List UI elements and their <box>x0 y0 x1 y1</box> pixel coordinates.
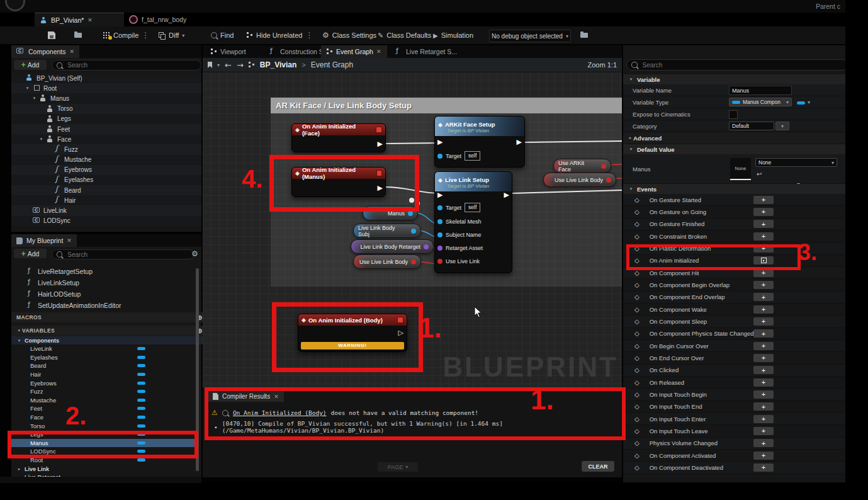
debug-browse-button[interactable] <box>580 26 588 44</box>
variable-row[interactable]: Eyelashes <box>11 353 198 362</box>
add-event-button[interactable] <box>753 427 774 435</box>
target-self-value[interactable]: self <box>465 203 480 212</box>
component-tree-item[interactable]: Fuzz <box>11 144 201 154</box>
my-blueprint-search-input[interactable] <box>66 251 189 259</box>
component-tree-item[interactable]: Mustache <box>11 155 201 165</box>
getter-use-live-link-body[interactable]: Use Live Link Body <box>353 254 421 269</box>
add-event-button[interactable] <box>753 402 774 411</box>
component-tree-item[interactable]: Hair <box>11 195 201 205</box>
variable-row[interactable]: Hair <box>11 370 198 379</box>
component-tree-item[interactable]: ▾ Face <box>11 134 201 144</box>
output-pin[interactable] <box>411 229 416 234</box>
target-pin[interactable] <box>437 154 442 159</box>
debug-object-dropdown[interactable]: No debug object selected ▾ <box>489 30 571 42</box>
diff-button[interactable]: Diff ▾ <box>159 26 184 44</box>
page-dropdown[interactable]: PAGE ▾ <box>378 462 418 472</box>
details-search[interactable] <box>626 59 848 71</box>
data-pin[interactable] <box>437 246 442 251</box>
category-dropdown-arrow[interactable]: ▾ <box>775 122 789 130</box>
getter-use-live-link-body-2[interactable]: Use Live Link Body <box>543 173 616 187</box>
browse-asset-button[interactable] <box>74 26 82 44</box>
variable-row[interactable]: Fuzz <box>11 387 198 396</box>
node-arkit-face-setup[interactable]: ◆ ARKit Face Setup Target is BP Vivian ▶… <box>434 116 525 168</box>
close-icon[interactable]: ✕ <box>70 48 75 55</box>
hide-unrelated-options-icon[interactable]: ⋮ <box>305 31 313 40</box>
component-tree-item[interactable]: LiveLink <box>11 205 201 215</box>
data-pin[interactable] <box>437 232 442 237</box>
add-event-button[interactable] <box>753 439 774 447</box>
expander-arrow[interactable]: ▾ <box>31 96 37 101</box>
expander-arrow[interactable]: ▸ <box>16 467 22 472</box>
simulation-button[interactable]: ▶ Simulation <box>433 26 473 44</box>
expander-arrow[interactable]: ▾ <box>628 77 634 82</box>
getter-live-link-body-subj[interactable]: Live Link Body Subj <box>353 224 421 238</box>
forward-icon[interactable]: → <box>237 60 244 70</box>
add-blueprint-item-button[interactable]: + Add <box>14 249 47 258</box>
back-icon[interactable]: ← <box>225 60 232 70</box>
variable-row[interactable]: Feet <box>11 404 198 413</box>
tab-f-tal-nrw-body[interactable]: f_tal_nrw_body <box>124 13 197 26</box>
class-settings-button[interactable]: ⚙ Class Settings <box>322 26 376 44</box>
getter-use-arkit-face[interactable]: Use ARKit Face <box>553 159 611 173</box>
output-pin[interactable] <box>411 259 416 264</box>
add-event-button[interactable] <box>753 281 774 289</box>
component-tree-item[interactable]: ▾ Root <box>11 83 201 93</box>
components-category-header[interactable]: ▾ Components <box>11 336 203 344</box>
macros-section-header[interactable]: MACROS ⊕ <box>11 312 208 322</box>
component-tree-item[interactable]: Beard <box>11 185 201 195</box>
events-section-header[interactable]: ▾ Events <box>623 184 845 194</box>
variable-row[interactable]: LiveLink <box>11 344 198 353</box>
close-icon[interactable]: ✕ <box>87 17 93 23</box>
breadcrumb-root[interactable]: BP_Vivian <box>260 60 296 69</box>
clear-button[interactable]: CLEAR <box>582 461 614 472</box>
variable-category-row[interactable]: ▸ Live Link <box>11 465 198 474</box>
add-event-button[interactable] <box>753 342 774 350</box>
component-tree-item[interactable]: Feet <box>11 124 201 134</box>
add-event-button[interactable] <box>753 196 774 204</box>
output-pin[interactable] <box>424 244 429 249</box>
advanced-section-header[interactable]: ▸ Advanced <box>623 132 845 144</box>
variables-section-header[interactable]: ▾ VARIABLES ⊕ <box>11 326 208 336</box>
expander-arrow[interactable]: ▾ <box>25 86 30 91</box>
add-event-button[interactable] <box>753 415 774 423</box>
add-event-button[interactable] <box>753 452 774 460</box>
use-selected-icon[interactable]: ↩ <box>757 171 762 178</box>
add-event-button[interactable] <box>753 354 774 362</box>
exec-in-pin[interactable]: ▶ <box>437 139 442 145</box>
compile-button[interactable]: Compile ⋮ <box>103 26 149 44</box>
add-event-button[interactable] <box>753 305 774 314</box>
function-item[interactable]: LiveRetargetSetup <box>11 266 201 277</box>
add-event-button[interactable] <box>753 390 774 399</box>
expander-arrow[interactable]: ▾ <box>628 147 634 152</box>
gear-icon[interactable]: ⚙ <box>191 249 198 258</box>
add-event-button[interactable] <box>753 293 774 301</box>
exec-out-pin[interactable]: ▶ <box>504 191 509 198</box>
add-event-button[interactable] <box>753 317 774 326</box>
variable-name-input[interactable] <box>729 86 792 95</box>
my-blueprint-search[interactable] <box>52 249 194 259</box>
expander-arrow[interactable]: ▸ <box>628 135 633 140</box>
node-live-link-setup[interactable]: ◆ Live Link Setup Target is BP Vivian ▶ … <box>434 171 512 273</box>
expander-arrow[interactable]: ▾ <box>16 328 22 333</box>
delegate-pin[interactable] <box>376 127 382 133</box>
exec-out-pin[interactable]: ▶ <box>378 140 383 147</box>
close-icon[interactable]: ✕ <box>376 48 381 55</box>
input-pin-row[interactable]: Use Live Link <box>435 254 512 268</box>
function-item[interactable]: HairLODSetup <box>11 288 201 300</box>
chevron-down-icon[interactable]: ▾ <box>808 99 810 105</box>
variable-row[interactable]: Face <box>11 413 198 422</box>
tab-event-graph[interactable]: Event Graph ✕ <box>321 45 387 58</box>
add-event-button[interactable] <box>753 366 774 374</box>
function-item[interactable]: LiveLinkSetup <box>11 277 201 288</box>
variable-row[interactable]: Beard <box>11 361 198 370</box>
expose-checkbox[interactable] <box>729 110 738 119</box>
tab-my-blueprint[interactable]: My Blueprint ✕ <box>11 234 77 247</box>
input-pin-row[interactable]: Skeletal Mesh <box>435 215 512 228</box>
component-tree-item[interactable]: BP_Vivian (Self) <box>11 73 201 83</box>
expander-arrow[interactable]: ▾ <box>16 338 22 343</box>
function-item[interactable]: SetUpdateAnimationInEditor <box>11 300 201 311</box>
target-self-value[interactable]: self <box>465 151 480 161</box>
expander-arrow[interactable]: ▾ <box>628 186 634 191</box>
class-defaults-button[interactable]: ✎ Class Defaults <box>378 26 431 44</box>
expander-arrow[interactable]: ▾ <box>38 137 44 142</box>
